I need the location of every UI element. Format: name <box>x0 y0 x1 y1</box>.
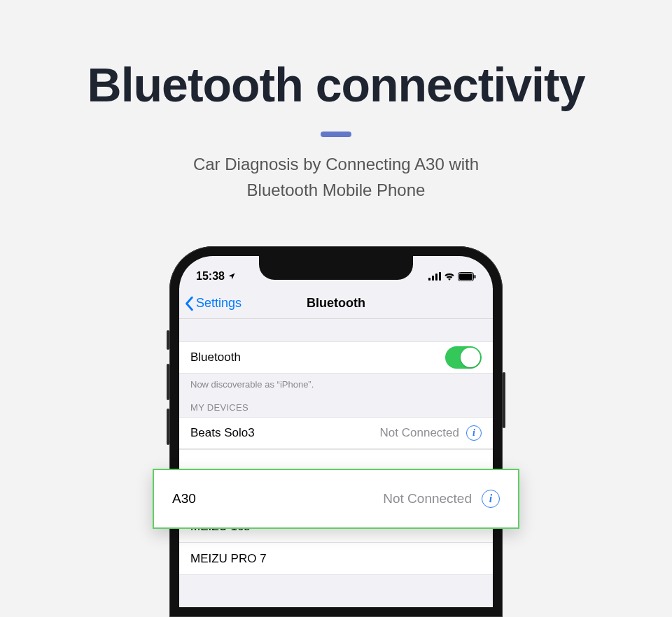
svg-rect-0 <box>428 278 430 281</box>
bluetooth-toggle-row[interactable]: Bluetooth <box>179 341 493 374</box>
cellular-icon <box>428 272 441 281</box>
mute-switch <box>167 330 169 350</box>
info-icon[interactable]: i <box>482 490 500 508</box>
discoverable-note: Now discoverable as “iPhone”. <box>179 374 493 392</box>
bluetooth-toggle[interactable] <box>445 346 482 369</box>
toggle-knob <box>461 348 480 367</box>
phone-screen: 15:38 <box>179 256 493 607</box>
highlighted-device-row[interactable]: A30 Not Connected i <box>153 469 519 529</box>
accent-bar <box>321 132 351 137</box>
wifi-icon <box>444 272 455 281</box>
subtitle: Car Diagnosis by Connecting A30 with Blu… <box>0 151 672 203</box>
svg-rect-6 <box>475 275 476 278</box>
page-title: Bluetooth connectivity <box>0 57 672 112</box>
device-status: Not Connected <box>380 426 459 440</box>
subtitle-line-2: Bluetooth Mobile Phone <box>247 180 426 199</box>
hero-section: Bluetooth connectivity Car Diagnosis by … <box>0 0 672 203</box>
svg-rect-3 <box>439 272 441 281</box>
nav-bar: Settings Bluetooth <box>179 288 493 319</box>
power-button <box>503 372 505 428</box>
device-name: Beats Solo3 <box>190 426 255 440</box>
bluetooth-toggle-label: Bluetooth <box>190 350 241 364</box>
subtitle-line-1: Car Diagnosis by Connecting A30 with <box>193 155 479 173</box>
battery-icon <box>458 272 476 281</box>
my-devices-header: MY DEVICES <box>179 392 493 417</box>
svg-rect-5 <box>459 274 472 280</box>
info-icon[interactable]: i <box>466 425 482 441</box>
chevron-left-icon <box>185 296 195 311</box>
volume-down-button <box>167 409 169 445</box>
phone-mockup: 15:38 <box>169 246 503 617</box>
back-label: Settings <box>196 296 241 311</box>
device-row-beats[interactable]: Beats Solo3 Not Connected i <box>179 417 493 449</box>
phone-notch <box>259 256 413 280</box>
nav-title: Bluetooth <box>307 296 365 311</box>
status-time: 15:38 <box>196 270 225 283</box>
back-button[interactable]: Settings <box>179 296 241 311</box>
svg-rect-1 <box>432 276 434 281</box>
device-name: A30 <box>172 491 196 506</box>
volume-up-button <box>167 364 169 400</box>
other-device-row-1[interactable]: MEIZU PRO 7 <box>179 543 493 575</box>
location-icon <box>227 272 236 281</box>
device-name: MEIZU PRO 7 <box>190 552 267 566</box>
svg-rect-2 <box>435 274 438 281</box>
device-status: Not Connected <box>383 491 472 506</box>
